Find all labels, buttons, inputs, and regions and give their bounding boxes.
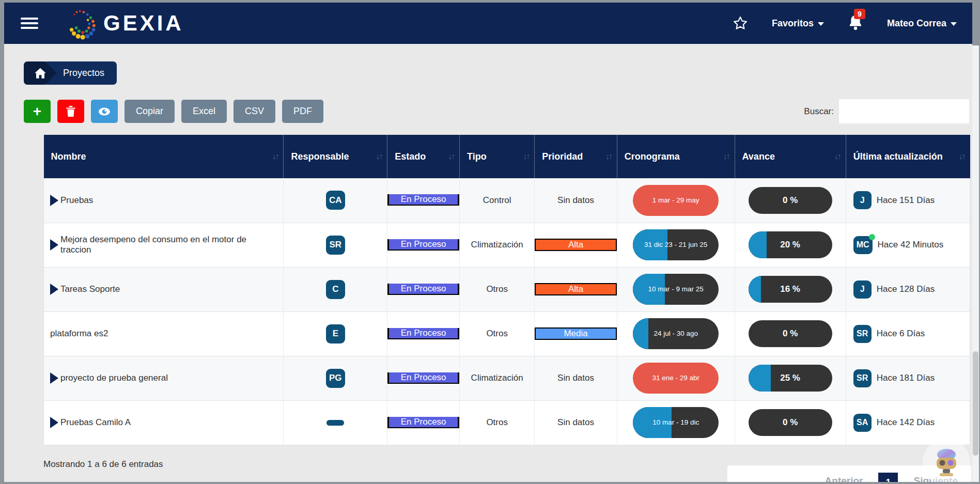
- ultima-avatar: MC: [853, 236, 873, 254]
- column-label: Última actualización: [853, 151, 943, 162]
- cell-responsable: CA: [284, 178, 387, 223]
- cell-cronograma: 10 mar - 9 mar 25: [617, 267, 735, 311]
- avance-progress-fill: [749, 276, 761, 303]
- cell-avance: 0 %: [735, 400, 846, 445]
- ultima-wrap: MCHace 42 Minutos: [846, 236, 970, 254]
- vertical-scrollbar: [972, 45, 979, 482]
- column-header-tipo[interactable]: Tipo↓↑: [460, 135, 535, 178]
- cell-ultima: JHace 151 Días: [846, 178, 970, 223]
- table-row[interactable]: Tareas SoporteCEn ProcesoOtrosAlta10 mar…: [44, 267, 970, 311]
- user-menu[interactable]: Mateo Correa: [887, 18, 957, 29]
- app-logo[interactable]: GEXIA: [65, 5, 184, 41]
- logo-text: GEXIA: [103, 11, 184, 36]
- cell-tipo: Climatización: [460, 223, 535, 267]
- table-row[interactable]: PruebasCAEn ProcesoControlSin datos1 mar…: [44, 178, 970, 223]
- cell-nombre: plataforma es2: [44, 311, 284, 356]
- project-name-wrap: Mejora desempeno del consumo en el motor…: [44, 235, 283, 255]
- delete-button[interactable]: [57, 100, 84, 123]
- user-name: Mateo Correa: [887, 18, 946, 29]
- ultima-wrap: SRHace 6 Días: [846, 325, 970, 343]
- table-row[interactable]: proyecto de prueba generalPGEn ProcesoCl…: [44, 356, 970, 400]
- column-label: Prioridad: [542, 151, 583, 162]
- column-header-inner: Avance↓↑: [742, 151, 841, 162]
- search-label: Buscar:: [804, 106, 834, 117]
- cell-estado: En Proceso: [387, 400, 460, 445]
- menu-icon[interactable]: [21, 15, 38, 32]
- column-label: Estado: [395, 151, 426, 162]
- search-input[interactable]: [839, 99, 969, 123]
- prioridad-badge: Alta: [535, 239, 617, 251]
- chevron-down-icon: [818, 22, 824, 26]
- favorites-menu[interactable]: Favoritos: [772, 18, 824, 29]
- column-header-inner: Última actualización↓↑: [853, 151, 965, 162]
- cell-estado: En Proceso: [387, 267, 460, 311]
- pagination-page-1[interactable]: 1: [878, 473, 898, 482]
- scrollbar-thumb[interactable]: [973, 351, 978, 456]
- column-header-nombre[interactable]: Nombre↓↑: [44, 135, 284, 178]
- expand-icon[interactable]: [50, 417, 58, 428]
- cronograma-dates: 1 mar - 29 may: [652, 195, 699, 206]
- avance-wrap: 20 %: [735, 231, 846, 258]
- avance-wrap: 0 %: [735, 320, 846, 347]
- column-label: Cronograma: [625, 151, 680, 162]
- sort-icon: ↓↑: [959, 152, 965, 161]
- avance-pill: 0 %: [749, 409, 832, 436]
- cell-nombre: Pruebas Camilo A: [44, 400, 284, 445]
- csv-button[interactable]: CSV: [234, 100, 275, 123]
- column-header-inner: Prioridad↓↑: [542, 151, 612, 162]
- responsable-avatar: CA: [326, 191, 345, 210]
- responsable-wrap: CA: [284, 191, 387, 210]
- excel-button[interactable]: Excel: [181, 100, 227, 123]
- cronograma-wrap: 10 mar - 19 dic: [617, 407, 735, 438]
- responsable-wrap: C: [284, 280, 387, 299]
- column-header--ltima-actualizaci-n[interactable]: Última actualización↓↑: [846, 135, 970, 178]
- responsable-avatar: SR: [326, 236, 345, 255]
- expand-icon[interactable]: [50, 195, 58, 206]
- table-row[interactable]: plataforma es2EEn ProcesoOtrosMedia24 ju…: [44, 311, 970, 356]
- responsable-wrap: E: [284, 324, 387, 344]
- cronograma-dates: 31 dic 23 - 21 jun 25: [644, 240, 707, 250]
- pagination-prev[interactable]: Anterior: [825, 473, 863, 482]
- cronograma-dates: 24 jul - 30 ago: [654, 329, 698, 339]
- column-header-prioridad[interactable]: Prioridad↓↑: [535, 135, 617, 178]
- pdf-button[interactable]: PDF: [282, 100, 323, 123]
- tipo-value: Otros: [460, 417, 534, 428]
- star-icon[interactable]: [733, 15, 748, 31]
- project-name-wrap: Pruebas Camilo A: [44, 417, 283, 428]
- column-header-estado[interactable]: Estado↓↑: [387, 135, 460, 178]
- cell-tipo: Control: [460, 178, 535, 223]
- column-label: Tipo: [467, 151, 487, 162]
- avance-wrap: 25 %: [735, 365, 846, 392]
- add-button[interactable]: +: [24, 100, 51, 123]
- tipo-value: Climatización: [460, 240, 534, 250]
- avance-wrap: 0 %: [735, 187, 846, 214]
- column-label: Responsable: [291, 151, 349, 162]
- table-row[interactable]: Mejora desempeno del consumo en el motor…: [44, 223, 970, 267]
- projects-table: Nombre↓↑Responsable↓↑Estado↓↑Tipo↓↑Prior…: [43, 135, 970, 445]
- copy-button[interactable]: Copiar: [125, 100, 175, 123]
- column-header-avance[interactable]: Avance↓↑: [735, 135, 846, 178]
- avance-percent: 0 %: [783, 417, 798, 428]
- assistant-widget[interactable]: [923, 439, 970, 482]
- column-header-responsable[interactable]: Responsable↓↑: [284, 135, 387, 178]
- cell-cronograma: 31 dic 23 - 21 jun 25: [617, 223, 735, 267]
- expand-icon[interactable]: [50, 239, 58, 251]
- breadcrumb: Proyectos: [24, 61, 117, 85]
- ultima-avatar: J: [853, 191, 872, 209]
- cell-estado: En Proceso: [387, 223, 460, 267]
- expand-icon[interactable]: [50, 372, 58, 384]
- column-header-inner: Nombre↓↑: [51, 151, 278, 162]
- avance-pill: 0 %: [749, 187, 832, 214]
- project-name-wrap: plataforma es2: [44, 329, 283, 339]
- project-name: Pruebas: [60, 195, 93, 206]
- view-button[interactable]: [91, 100, 118, 123]
- ultima-avatar: SR: [853, 369, 872, 387]
- expand-icon[interactable]: [50, 284, 58, 295]
- notifications-bell[interactable]: 9: [848, 14, 863, 33]
- ultima-text: Hace 181 Días: [877, 373, 935, 383]
- table-row[interactable]: Pruebas Camilo AEn ProcesoOtrosSin datos…: [44, 400, 970, 445]
- cell-estado: En Proceso: [387, 311, 460, 356]
- online-indicator: [869, 234, 875, 240]
- cell-prioridad: Sin datos: [535, 356, 617, 400]
- column-header-cronograma[interactable]: Cronograma↓↑: [617, 135, 735, 178]
